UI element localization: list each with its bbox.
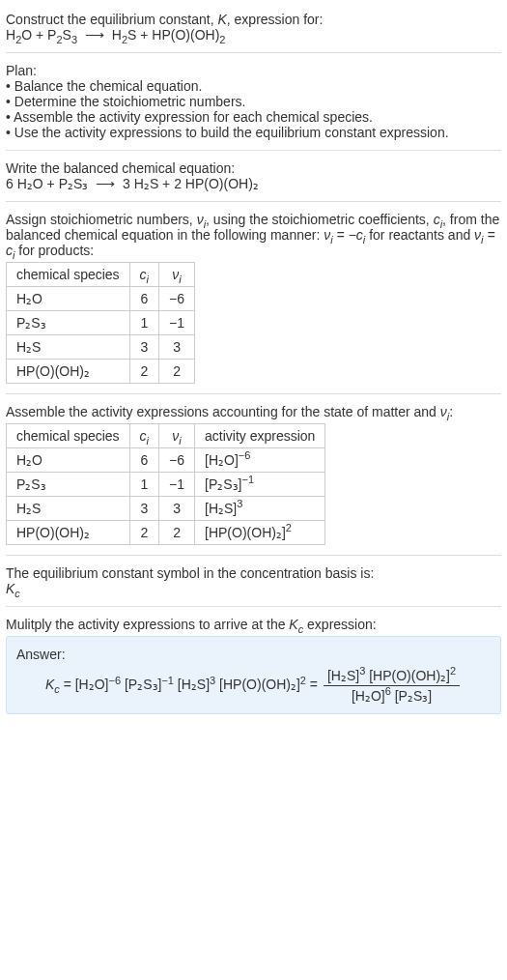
plan-item: • Use the activity expressions to build … xyxy=(6,125,501,140)
intro-k: K xyxy=(217,12,226,27)
plan-item: • Assemble the activity expression for e… xyxy=(6,109,501,125)
arrow-icon: ⟶ xyxy=(92,176,119,191)
table-header-row: chemical species ci νi activity expressi… xyxy=(7,424,325,448)
multiply: Mulitply the activity expressions to arr… xyxy=(6,611,501,720)
numerator: [H₂S]3 [HP(O)(OH)₂]2 xyxy=(324,668,460,686)
table-row: P₂S₃1−1 xyxy=(7,311,195,335)
divider xyxy=(6,393,501,394)
answer-box: Answer: Kc = [H₂O]−6 [P₂S₃]−1 [H₂S]3 [HP… xyxy=(6,636,501,714)
answer-equation: Kc = [H₂O]−6 [P₂S₃]−1 [H₂S]3 [HP(O)(OH)₂… xyxy=(16,668,491,704)
stoichiometric-table: chemical species ci νi H₂O6−6 P₂S₃1−1 H₂… xyxy=(6,262,195,384)
intro: Construct the equilibrium constant, K, e… xyxy=(6,6,501,48)
fraction: [H₂S]3 [HP(O)(OH)₂]2 [H₂O]6 [P₂S₃] xyxy=(324,668,460,704)
col-species: chemical species xyxy=(7,424,130,448)
plan-title: Plan: xyxy=(6,63,501,78)
symbol-line: The equilibrium constant symbol in the c… xyxy=(6,565,501,581)
table-row: H₂S33[H₂S]3 xyxy=(7,497,325,521)
equation-balanced: 6 H₂O + P₂S₃ ⟶ 3 H₂S + 2 HP(O)(OH)₂ xyxy=(6,176,259,191)
table-row: P₂S₃1−1[P₂S₃]−1 xyxy=(7,473,325,497)
divider xyxy=(6,52,501,53)
plan: Plan: • Balance the chemical equation. •… xyxy=(6,57,501,146)
divider xyxy=(6,606,501,607)
assign: Assign stoichiometric numbers, νi, using… xyxy=(6,206,501,389)
col-activity: activity expression xyxy=(195,424,325,448)
plan-item: • Determine the stoichiometric numbers. xyxy=(6,94,501,109)
assemble: Assemble the activity expressions accoun… xyxy=(6,398,501,551)
intro-text-b: , expression for: xyxy=(227,12,324,27)
arrow-icon: ⟶ xyxy=(81,27,108,43)
table-row: H₂O6−6[H₂O]−6 xyxy=(7,448,325,473)
symbol: The equilibrium constant symbol in the c… xyxy=(6,560,501,602)
col-vi: νi xyxy=(159,424,195,448)
activity-table: chemical species ci νi activity expressi… xyxy=(6,423,325,545)
intro-text-a: Construct the equilibrium constant, xyxy=(6,12,217,27)
equation-unbalanced: H2O + P2S3 ⟶ H2S + HP(O)(OH)2 xyxy=(6,27,225,43)
col-species: chemical species xyxy=(7,263,130,287)
col-ci: ci xyxy=(129,263,158,287)
divider xyxy=(6,555,501,556)
divider xyxy=(6,150,501,151)
plan-item: • Balance the chemical equation. xyxy=(6,78,501,94)
col-ci: ci xyxy=(129,424,158,448)
denominator: [H₂O]6 [P₂S₃] xyxy=(324,686,460,704)
table-header-row: chemical species ci νi xyxy=(7,263,195,287)
col-vi: νi xyxy=(159,263,195,287)
table-row: H₂O6−6 xyxy=(7,287,195,311)
divider xyxy=(6,201,501,202)
answer-label: Answer: xyxy=(16,647,491,662)
table-row: HP(O)(OH)₂22 xyxy=(7,360,195,384)
table-row: HP(O)(OH)₂22[HP(O)(OH)₂]2 xyxy=(7,521,325,545)
symbol-kc: Kc xyxy=(6,581,501,596)
table-row: H₂S33 xyxy=(7,335,195,360)
balanced-title: Write the balanced chemical equation: xyxy=(6,160,501,176)
balanced: Write the balanced chemical equation: 6 … xyxy=(6,155,501,197)
